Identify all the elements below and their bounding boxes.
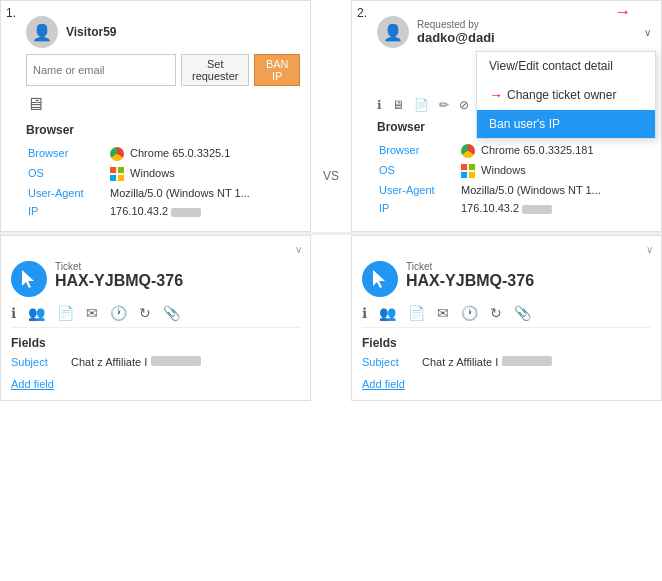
table-row: OS Windows xyxy=(379,162,649,180)
ticket-info-left: Ticket HAX-YJBMQ-376 xyxy=(55,261,183,290)
ticket-label-left: Ticket xyxy=(55,261,183,272)
dropdown-item-ban-ip[interactable]: Ban user's IP xyxy=(477,110,655,138)
cursor-icon-left xyxy=(18,268,40,290)
set-requester-button[interactable]: Set requester xyxy=(181,54,249,86)
ticket-header-left: Ticket HAX-YJBMQ-376 xyxy=(11,261,300,297)
field-label: OS xyxy=(28,165,108,183)
right-ticket-panel: ∨ · · · · · Ticket HAX-YJBMQ-376 ℹ 👥 📄 ✉… xyxy=(351,235,662,401)
table-row: OS Windows xyxy=(28,165,298,183)
subject-blur-left xyxy=(151,356,201,366)
info-icon[interactable]: ℹ xyxy=(377,98,382,112)
info-tab-icon[interactable]: ℹ xyxy=(11,305,16,321)
dropdown-item-change-owner[interactable]: → Change ticket owner xyxy=(477,80,655,110)
field-value: Chrome 65.0.3325.181 xyxy=(461,142,649,160)
field-value: Windows xyxy=(461,162,649,180)
field-label: User-Agent xyxy=(28,185,108,201)
svg-rect-2 xyxy=(110,175,116,181)
chevron-down-icon[interactable]: ∨ xyxy=(644,27,651,38)
subject-value-left: Chat z Affiliate I xyxy=(71,356,147,368)
people-tab-icon-r[interactable]: 👥 xyxy=(379,305,396,321)
paperclip-tab-icon[interactable]: 📎 xyxy=(163,305,180,321)
ip-blur-left xyxy=(171,208,201,217)
dropdown-item-view-edit[interactable]: View/Edit contact detail xyxy=(477,52,655,80)
field-label: OS xyxy=(379,162,459,180)
table-row: Browser Chrome 65.0.3325.181 xyxy=(379,142,649,160)
monitor-icon-right[interactable]: 🖥 xyxy=(392,98,404,112)
subject-blur-right xyxy=(502,356,552,366)
cursor-icon-right xyxy=(369,268,391,290)
ticket-icon-right xyxy=(362,261,398,297)
ticket-id-left: HAX-YJBMQ-376 xyxy=(55,272,183,290)
svg-rect-3 xyxy=(118,175,124,181)
paperclip-tab-icon-r[interactable]: 📎 xyxy=(514,305,531,321)
field-value: Windows xyxy=(110,165,298,183)
fields-title-left: Fields xyxy=(11,336,300,350)
panel-number-left: 1. xyxy=(6,6,16,20)
bottom-spacer xyxy=(311,235,351,401)
ticket-icon-left xyxy=(11,261,47,297)
ip-blur-right xyxy=(522,205,552,214)
ticket-header-right: Ticket HAX-YJBMQ-376 xyxy=(362,261,651,297)
svg-rect-1 xyxy=(118,167,124,173)
table-row: User-Agent Mozilla/5.0 (Windows NT 1... xyxy=(379,182,649,198)
panel-number-right: 2. xyxy=(357,6,367,20)
svg-rect-5 xyxy=(469,164,475,170)
visitor-name: Visitor59 xyxy=(66,25,116,39)
red-arrow-inline: → xyxy=(489,87,503,103)
chrome-icon xyxy=(110,147,124,161)
chrome-icon-right xyxy=(461,144,475,158)
ticket-label-right: Ticket xyxy=(406,261,534,272)
drag-handle-left: · · · · · xyxy=(11,246,300,255)
doc-tab-icon-r[interactable]: 📄 xyxy=(408,305,425,321)
dropdown-menu: View/Edit contact detail → Change ticket… xyxy=(476,51,656,139)
avatar-left: 👤 xyxy=(26,16,58,48)
doc-tab-icon[interactable]: 📄 xyxy=(57,305,74,321)
left-ticket-chevron[interactable]: ∨ xyxy=(295,244,302,255)
table-row: IP 176.10.43.2 xyxy=(28,203,298,219)
table-row: User-Agent Mozilla/5.0 (Windows NT 1... xyxy=(28,185,298,201)
windows-icon-right xyxy=(461,164,475,178)
field-label: Browser xyxy=(28,145,108,163)
right-ticket-chevron[interactable]: ∨ xyxy=(646,244,653,255)
left-ticket-panel: ∨ · · · · · Ticket HAX-YJBMQ-376 ℹ 👥 📄 ✉… xyxy=(0,235,311,401)
svg-rect-4 xyxy=(461,164,467,170)
browser-info-table-left: Browser Chrome 65.0.3325.1 OS xyxy=(26,143,300,221)
refresh-tab-icon[interactable]: ↻ xyxy=(139,305,151,321)
field-label: IP xyxy=(379,200,459,216)
add-field-link-right[interactable]: Add field xyxy=(362,378,651,390)
table-row: Browser Chrome 65.0.3325.1 xyxy=(28,145,298,163)
avatar-icon-right: 👤 xyxy=(383,23,403,42)
subject-field-left: Subject Chat z Affiliate I xyxy=(11,356,300,368)
field-label: IP xyxy=(28,203,108,219)
field-value: Chrome 65.0.3325.1 xyxy=(110,145,298,163)
browser-section-title-left: Browser xyxy=(26,123,300,137)
requester-email: dadko@dadi xyxy=(417,30,495,45)
browser-info-table-right: Browser Chrome 65.0.3325.181 OS xyxy=(377,140,651,218)
subject-field-right: Subject Chat z Affiliate I xyxy=(362,356,651,368)
clock-tab-icon-r[interactable]: 🕐 xyxy=(461,305,478,321)
subject-value-right: Chat z Affiliate I xyxy=(422,356,498,368)
block-icon[interactable]: ⊘ xyxy=(459,98,469,112)
info-tab-icon-r[interactable]: ℹ xyxy=(362,305,367,321)
subject-label-left: Subject xyxy=(11,356,71,368)
field-value: 176.10.43.2 xyxy=(110,203,298,219)
ticket-icons-row-right: ℹ 👥 📄 ✉ 🕐 ↻ 📎 xyxy=(362,305,651,328)
edit-icon[interactable]: ✏ xyxy=(439,98,449,112)
svg-rect-0 xyxy=(110,167,116,173)
ticket-icons-row-left: ℹ 👥 📄 ✉ 🕐 ↻ 📎 xyxy=(11,305,300,328)
edit-tab-icon-r[interactable]: ✉ xyxy=(437,305,449,321)
clock-tab-icon[interactable]: 🕐 xyxy=(110,305,127,321)
edit-tab-icon[interactable]: ✉ xyxy=(86,305,98,321)
add-field-link-left[interactable]: Add field xyxy=(11,378,300,390)
field-value: 176.10.43.2 xyxy=(461,200,649,216)
fields-title-right: Fields xyxy=(362,336,651,350)
refresh-tab-icon-r[interactable]: ↻ xyxy=(490,305,502,321)
requested-by-label: Requested by xyxy=(417,19,495,30)
document-icon[interactable]: 📄 xyxy=(414,98,429,112)
name-email-input[interactable] xyxy=(26,54,176,86)
field-label: Browser xyxy=(379,142,459,160)
svg-rect-7 xyxy=(469,172,475,178)
drag-handle-right: · · · · · xyxy=(362,246,651,255)
people-tab-icon[interactable]: 👥 xyxy=(28,305,45,321)
ban-ip-button[interactable]: BAN IP xyxy=(254,54,300,86)
